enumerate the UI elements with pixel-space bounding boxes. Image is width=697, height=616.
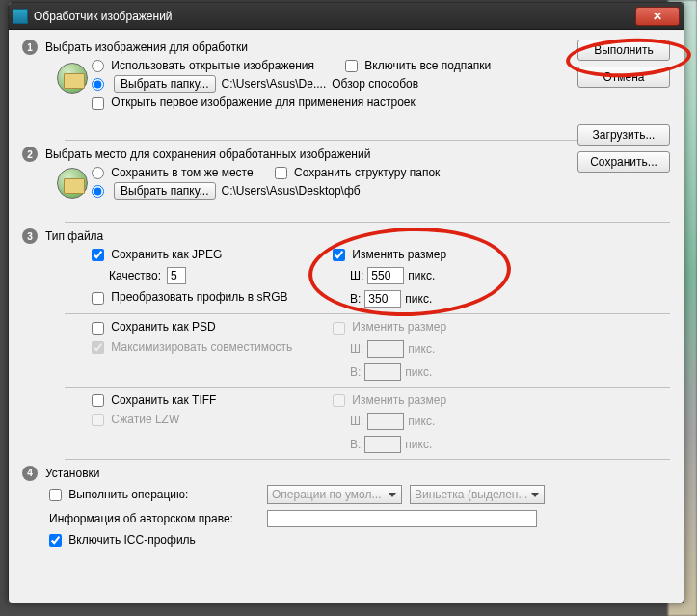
tiff-height-label: В:: [350, 438, 361, 451]
use-open-images-radio[interactable]: Использовать открытые изображения: [92, 59, 314, 72]
copyright-label: Информация об авторском праве:: [49, 512, 261, 525]
select-dst-folder-button[interactable]: Выбрать папку...: [114, 182, 216, 200]
tiff-height-input: [364, 436, 401, 453]
folder-icon: [57, 63, 88, 94]
max-compat-checkbox: Максимизировать совместимость: [92, 340, 292, 354]
psd-resize-checkbox: Изменить размер: [333, 320, 446, 334]
include-icc-checkbox[interactable]: Включить ICC-профиль: [49, 533, 196, 547]
dst-path: C:\Users\Asus\Desktop\фб: [222, 184, 361, 198]
px-label: пикс.: [405, 292, 432, 306]
select-src-folder-button[interactable]: Выбрать папку...: [114, 75, 216, 93]
jpeg-height-label: В:: [350, 292, 361, 306]
tiff-width-input: [367, 413, 404, 430]
jpeg-width-label: Ш:: [350, 269, 363, 282]
save-as-jpeg-checkbox[interactable]: Сохранить как JPEG: [92, 248, 222, 261]
px-label: пикс.: [405, 365, 432, 379]
src-path: C:\Users\Asus\De....: [222, 77, 327, 91]
action-set-dropdown: Операции по умол...: [267, 485, 402, 504]
save-same-location-radio[interactable]: Сохранить в том же месте: [92, 166, 254, 179]
section-1-title: Выбрать изображения для обработки: [45, 40, 248, 54]
image-processor-dialog: Обработчик изображений ✕ Выполнить Отмен…: [8, 2, 684, 603]
quality-input[interactable]: [167, 267, 186, 284]
jpeg-width-input[interactable]: [367, 267, 404, 284]
psd-width-input: [367, 340, 404, 358]
include-subfolders-checkbox[interactable]: Включить все подпапки: [345, 59, 491, 72]
step-4-badge: 4: [22, 466, 38, 481]
quality-label: Качество:: [109, 269, 161, 282]
psd-height-input: [364, 363, 401, 381]
step-1-badge: 1: [22, 40, 38, 55]
psd-width-label: Ш:: [350, 342, 363, 356]
step-3-badge: 3: [22, 228, 38, 244]
app-icon: [13, 9, 28, 24]
select-src-folder-radio[interactable]: [92, 77, 108, 91]
section-4-title: Установки: [45, 467, 99, 480]
step-2-badge: 2: [22, 147, 38, 162]
window-title: Обработчик изображений: [34, 10, 635, 23]
px-label: пикс.: [408, 342, 435, 356]
action-dropdown: Виньетка (выделен...: [410, 485, 545, 504]
keep-folder-structure-checkbox[interactable]: Сохранить структуру папок: [275, 166, 441, 179]
copyright-input[interactable]: [267, 510, 537, 527]
px-label: пикс.: [405, 438, 432, 451]
run-action-checkbox[interactable]: Выполнить операцию:: [49, 488, 261, 501]
px-label: пикс.: [408, 415, 435, 428]
folder-icon: [57, 168, 88, 199]
jpeg-height-input[interactable]: [364, 290, 401, 308]
tiff-resize-checkbox: Изменить размер: [333, 393, 446, 407]
convert-srgb-checkbox[interactable]: Преобразовать профиль в sRGB: [92, 290, 288, 304]
section-3-title: Тип файла: [45, 229, 103, 243]
px-label: пикс.: [408, 269, 435, 282]
save-as-tiff-checkbox[interactable]: Сохранить как TIFF: [92, 393, 216, 407]
src-browse-link[interactable]: Обзор способов: [332, 77, 418, 91]
titlebar[interactable]: Обработчик изображений ✕: [9, 3, 684, 30]
psd-height-label: В:: [350, 365, 361, 379]
close-button[interactable]: ✕: [635, 7, 680, 26]
save-as-psd-checkbox[interactable]: Сохранить как PSD: [92, 320, 216, 334]
section-2-title: Выбрать место для сохранения обработанны…: [45, 147, 370, 161]
tiff-width-label: Ш:: [350, 415, 363, 428]
select-dst-folder-radio[interactable]: [92, 184, 108, 198]
jpeg-resize-checkbox[interactable]: Изменить размер: [333, 248, 446, 261]
lzw-checkbox: Сжатие LZW: [92, 413, 179, 426]
open-first-image-checkbox[interactable]: Открыть первое изображение для применени…: [92, 95, 416, 109]
